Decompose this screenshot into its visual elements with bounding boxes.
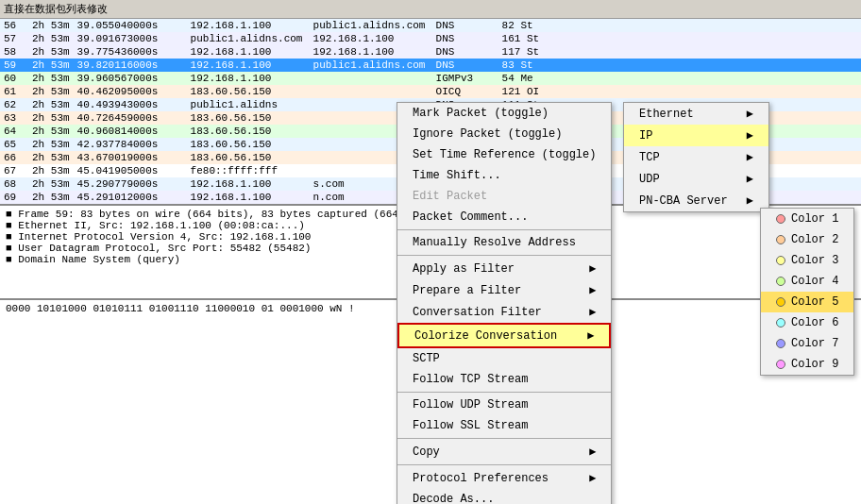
color-item-label: Color 3 (791, 254, 838, 267)
menu-item[interactable]: Colorize Conversation▶ (397, 323, 611, 348)
menu-item-label: Prepare a Filter (413, 284, 521, 297)
color-dot-icon (776, 339, 785, 348)
color-item-label: Color 9 (791, 358, 838, 371)
colorize-submenu[interactable]: Ethernet▶IP▶TCP▶UDP▶PN-CBA Server▶ (623, 102, 769, 212)
submenu-arrow-icon: ▶ (589, 283, 596, 297)
menu-item[interactable]: Set Time Reference (toggle) (397, 144, 611, 165)
colorize-item-label: UDP (639, 173, 660, 186)
menu-item-label: Protocol Preferences (413, 472, 549, 485)
submenu-arrow-icon: ▶ (747, 172, 753, 186)
menu-item-label: Set Time Reference (toggle) (413, 148, 596, 161)
colorize-item-label: TCP (639, 151, 660, 164)
color-item[interactable]: Color 1 (761, 209, 853, 229)
colorize-submenu-item[interactable]: TCP▶ (624, 146, 768, 168)
color-dot-icon (776, 318, 785, 328)
color-dot-icon (776, 360, 785, 369)
color-item-label: Color 5 (791, 295, 838, 309)
title-text: 直接在数据包列表修改 (4, 4, 108, 15)
table-row[interactable]: 602h 53m39.960567000s192.168.1.100IGMPv3… (0, 72, 861, 85)
table-row[interactable]: 562h 53m39.055040000s192.168.1.100public… (0, 19, 861, 32)
color-item-label: Color 2 (791, 233, 838, 246)
title-bar: 直接在数据包列表修改 (0, 0, 861, 19)
menu-item-label: Decode As... (413, 493, 494, 504)
colorize-item-label: IP (639, 129, 652, 143)
menu-item[interactable]: Apply as Filter▶ (397, 258, 611, 279)
table-row[interactable]: 592h 53m39.820116000s192.168.1.100public… (0, 59, 861, 72)
menu-separator (397, 392, 611, 393)
colorize-item-label: Ethernet (639, 108, 694, 121)
menu-item-label: Copy (413, 445, 440, 459)
color-item[interactable]: Color 2 (761, 229, 853, 250)
menu-item-label: SCTP (413, 352, 440, 365)
colorize-submenu-item[interactable]: Ethernet▶ (624, 103, 768, 125)
color-item[interactable]: Color 7 (761, 333, 853, 354)
menu-item[interactable]: Manually Resolve Address (397, 232, 611, 253)
menu-item-label: Time Shift... (413, 169, 501, 182)
submenu-arrow-icon: ▶ (589, 445, 596, 459)
color-item-label: Color 4 (791, 275, 838, 288)
menu-item-label: Conversation Filter (413, 306, 542, 319)
color-item-label: Color 7 (791, 337, 838, 350)
submenu-arrow-icon: ▶ (587, 328, 594, 343)
menu-item-label: Follow UDP Stream (413, 398, 528, 412)
submenu-arrow-icon: ▶ (747, 193, 753, 208)
color-dot-icon (776, 235, 785, 244)
menu-separator (397, 229, 611, 230)
menu-item[interactable]: Prepare a Filter▶ (397, 279, 611, 301)
color-item[interactable]: Color 5 (761, 292, 853, 312)
color-item[interactable]: Color 3 (761, 250, 853, 271)
submenu-arrow-icon: ▶ (747, 128, 753, 143)
colorize-submenu-item[interactable]: PN-CBA Server▶ (624, 190, 768, 211)
menu-item-label: Follow SSL Stream (413, 419, 528, 432)
color-dot-icon (776, 214, 785, 224)
submenu-arrow-icon: ▶ (747, 107, 753, 121)
menu-item[interactable]: Follow TCP Stream (397, 369, 611, 390)
submenu-arrow-icon: ▶ (589, 261, 596, 276)
colorize-submenu-item[interactable]: UDP▶ (624, 168, 768, 190)
color-item-label: Color 1 (791, 212, 838, 226)
menu-item-label: Packet Comment... (413, 210, 528, 224)
menu-item[interactable]: Ignore Packet (toggle) (397, 124, 611, 144)
menu-item[interactable]: Follow UDP Stream (397, 395, 611, 415)
table-row[interactable]: 572h 53m39.091673000spublic1.alidns.com1… (0, 32, 861, 45)
submenu-arrow-icon: ▶ (589, 305, 596, 319)
color-item[interactable]: Color 9 (761, 354, 853, 375)
menu-item[interactable]: Copy▶ (397, 441, 611, 462)
submenu-arrow-icon: ▶ (747, 150, 753, 164)
menu-item[interactable]: Decode As... (397, 489, 611, 504)
color-item[interactable]: Color 6 (761, 312, 853, 333)
color-dot-icon (776, 297, 785, 307)
menu-item-label: Colorize Conversation (414, 329, 557, 343)
menu-item[interactable]: Mark Packet (toggle) (397, 103, 611, 124)
color-dot-icon (776, 256, 785, 265)
menu-item-label: Follow TCP Stream (413, 373, 528, 386)
menu-item-label: Mark Packet (toggle) (413, 107, 549, 120)
colorize-submenu-item[interactable]: IP▶ (624, 125, 768, 146)
menu-item-label: Ignore Packet (toggle) (413, 127, 562, 141)
context-menu[interactable]: Mark Packet (toggle)Ignore Packet (toggl… (397, 102, 612, 504)
menu-item-label: Edit Packet (413, 190, 487, 203)
color-item[interactable]: Color 4 (761, 271, 853, 292)
color-item-label: Color 6 (791, 316, 838, 329)
colorize-item-label: PN-CBA Server (639, 194, 728, 208)
table-row[interactable]: 582h 53m39.775436000s192.168.1.100192.16… (0, 45, 861, 59)
menu-separator (397, 255, 611, 256)
menu-item-label: Manually Resolve Address (413, 236, 576, 249)
menu-item[interactable]: Packet Comment... (397, 207, 611, 227)
submenu-arrow-icon: ▶ (589, 471, 596, 485)
menu-item[interactable]: Conversation Filter▶ (397, 301, 611, 323)
menu-separator (397, 464, 611, 465)
color-submenu[interactable]: Color 1Color 2Color 3Color 4Color 5Color… (760, 208, 854, 376)
color-dot-icon (776, 277, 785, 286)
menu-item[interactable]: Follow SSL Stream (397, 415, 611, 436)
menu-item-label: Apply as Filter (413, 262, 515, 276)
menu-item[interactable]: Time Shift... (397, 165, 611, 186)
menu-separator (397, 438, 611, 439)
menu-item[interactable]: SCTP (397, 348, 611, 369)
table-row[interactable]: 612h 53m40.462095000s183.60.56.150OICQ12… (0, 85, 861, 98)
menu-item[interactable]: Edit Packet (397, 186, 611, 207)
menu-item[interactable]: Protocol Preferences▶ (397, 467, 611, 489)
